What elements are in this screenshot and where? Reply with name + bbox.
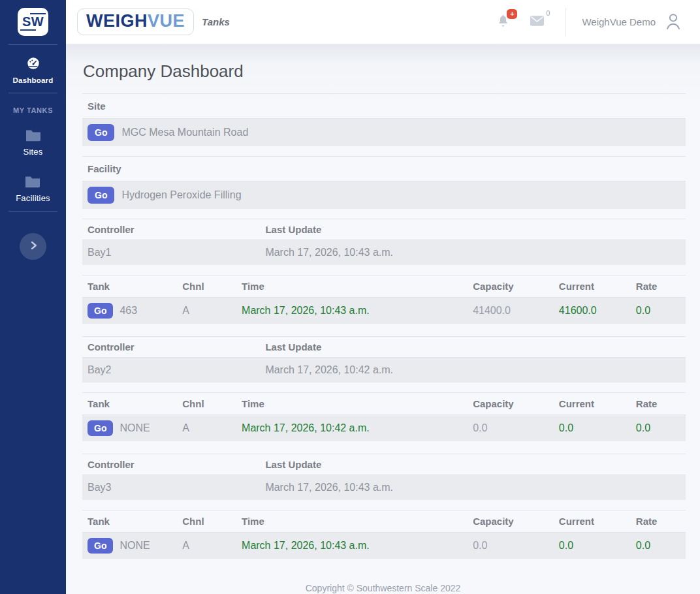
tank-column-label: Tank (88, 516, 182, 527)
controller-column-label: Controller (88, 224, 265, 235)
person-icon (663, 11, 683, 33)
rate-column-label: Rate (636, 281, 680, 292)
brand-logo[interactable]: WEIGHVUE (77, 8, 194, 35)
site-go-button[interactable]: Go (88, 124, 114, 141)
sidebar-collapse-button[interactable] (20, 233, 46, 260)
controller-last-update: March 17, 2026, 10:43 a.m. (265, 247, 680, 258)
tank-current: 41600.0 (559, 305, 636, 317)
gauge-icon (26, 56, 40, 73)
folder-icon (25, 129, 42, 145)
current-column-label: Current (559, 516, 636, 527)
sidebar-item-dashboard[interactable]: Dashboard (13, 56, 54, 84)
current-column-label: Current (559, 281, 636, 292)
top-bar: WEIGHVUE Tanks + 0 WeighVue Demo (66, 0, 700, 44)
capacity-column-label: Capacity (473, 516, 559, 527)
tank-column-label: Tank (88, 398, 182, 409)
table-row: Go NONE A March 17, 2026, 10:43 a.m. 0.0… (82, 533, 686, 559)
time-column-label: Time (242, 398, 473, 409)
notifications-button[interactable]: + (496, 14, 510, 30)
tank-table-header: Tank Chnl Time Capacity Current Rate (82, 510, 686, 533)
last-update-column-label: Last Update (265, 341, 680, 352)
sidebar-item-sites[interactable]: Sites (24, 129, 43, 157)
tank-table-header: Tank Chnl Time Capacity Current Rate (82, 392, 686, 415)
sidebar-item-facilities[interactable]: Facilities (16, 175, 50, 203)
tank-id: NONE (119, 422, 150, 434)
tank-time: March 17, 2026, 10:43 a.m. (242, 305, 473, 317)
tank-id: NONE (119, 540, 150, 552)
envelope-icon (530, 15, 545, 29)
brand-part2: VUE (148, 11, 185, 31)
table-row: Bay1 March 17, 2026, 10:43 a.m. (82, 240, 686, 265)
facility-section-header: Facility (82, 156, 686, 181)
chevron-right-icon (27, 240, 39, 253)
tank-time: March 17, 2026, 10:42 a.m. (242, 422, 473, 434)
facility-section: Facility Go Hydrogen Peroxide Filling (82, 156, 686, 209)
tank-cell: Go 463 (88, 303, 182, 319)
capacity-column-label: Capacity (473, 281, 559, 292)
tank-current: 0.0 (559, 540, 636, 552)
tank-current: 0.0 (559, 422, 636, 434)
controller-last-update: March 17, 2026, 10:42 a.m. (265, 364, 680, 376)
topbar-divider (565, 8, 566, 37)
sidebar-item-label: Dashboard (13, 76, 54, 84)
sidebar-section-label: MY TANKS (13, 106, 53, 114)
controller-table-header: Controller Last Update (82, 219, 686, 240)
tank-id: 463 (119, 305, 137, 317)
last-update-column-label: Last Update (265, 224, 680, 235)
brand-part1: WEIGH (86, 11, 148, 31)
facility-go-button[interactable]: Go (88, 187, 114, 204)
folder-icon (24, 175, 41, 191)
table-row: Go 463 A March 17, 2026, 10:43 a.m. 4140… (82, 298, 686, 324)
tank-go-button[interactable]: Go (88, 420, 113, 436)
sidebar: SW Dashboard MY TANKS Sites (0, 0, 66, 594)
controller-column-label: Controller (88, 341, 265, 352)
controller-section-bay2: Controller Last Update Bay2 March 17, 20… (82, 336, 686, 441)
brand-text: WEIGHVUE (86, 11, 185, 31)
controller-table-header: Controller Last Update (82, 454, 686, 475)
tank-rate: 0.0 (636, 305, 680, 317)
site-section-header: Site (82, 93, 686, 119)
tank-time: March 17, 2026, 10:43 a.m. (242, 540, 473, 552)
copyright-text: Copyright © Southwestern Scale 2022 (306, 583, 461, 593)
sidebar-logo-text: SW (22, 14, 44, 29)
rate-column-label: Rate (636, 516, 680, 527)
user-menu[interactable]: WeighVue Demo (582, 11, 683, 33)
controller-last-update: March 17, 2026, 10:43 a.m. (265, 482, 680, 493)
tank-channel: A (182, 305, 242, 317)
tank-go-button[interactable]: Go (88, 303, 113, 319)
controller-name: Bay3 (88, 482, 265, 493)
messages-button[interactable]: 0 (530, 15, 545, 29)
table-row: Bay3 March 17, 2026, 10:43 a.m. (82, 475, 686, 500)
tank-channel: A (182, 422, 242, 434)
site-row: Go MGC Mesa Mountain Road (82, 119, 686, 146)
current-column-label: Current (559, 398, 636, 409)
tank-table-header: Tank Chnl Time Capacity Current Rate (82, 275, 686, 298)
sidebar-divider (8, 93, 57, 93)
tank-capacity: 41400.0 (473, 305, 559, 317)
tank-go-button[interactable]: Go (88, 538, 113, 554)
controller-name: Bay1 (88, 247, 265, 258)
tank-cell: Go NONE (88, 538, 182, 554)
time-column-label: Time (242, 281, 473, 292)
sidebar-item-label: Facilities (16, 193, 50, 203)
time-column-label: Time (242, 516, 473, 527)
chnl-column-label: Chnl (182, 398, 242, 409)
content-area: Company Dashboard Site Go MGC Mesa Mount… (66, 44, 700, 569)
user-name: WeighVue Demo (582, 16, 656, 27)
controller-section-bay1: Controller Last Update Bay1 March 17, 20… (82, 219, 686, 324)
facility-name: Hydrogen Peroxide Filling (121, 189, 241, 201)
chnl-column-label: Chnl (182, 281, 242, 292)
last-update-column-label: Last Update (265, 459, 680, 470)
tank-column-label: Tank (88, 281, 182, 292)
tank-capacity: 0.0 (473, 540, 559, 552)
capacity-column-label: Capacity (473, 398, 559, 409)
tank-cell: Go NONE (88, 420, 182, 436)
sidebar-logo[interactable]: SW (18, 8, 48, 36)
controller-section-bay3: Controller Last Update Bay3 March 17, 20… (82, 454, 686, 559)
site-name: MGC Mesa Mountain Road (121, 127, 248, 138)
page-title: Company Dashboard (83, 61, 686, 82)
controller-name: Bay2 (88, 364, 265, 376)
sidebar-divider (8, 44, 57, 45)
facility-row: Go Hydrogen Peroxide Filling (82, 181, 686, 209)
notification-badge: + (507, 9, 517, 19)
